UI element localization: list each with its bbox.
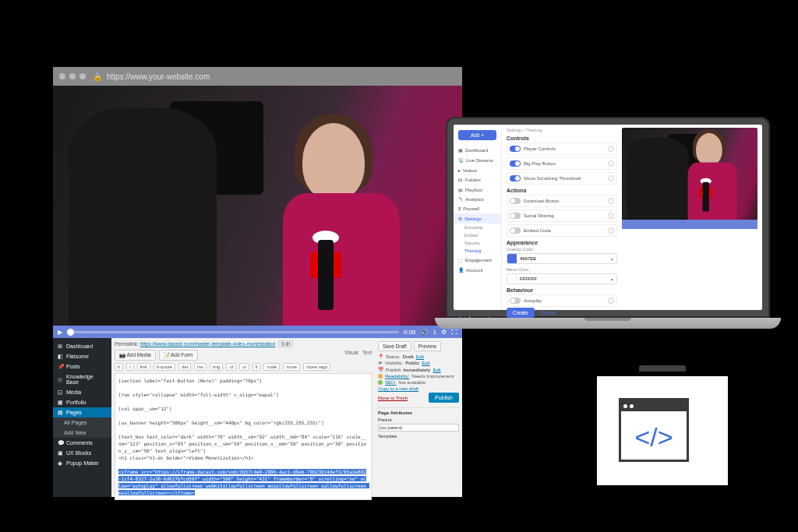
nav-playlists[interactable]: ▤Playlists — [454, 185, 501, 195]
wp-nav-posts[interactable]: 📌Posts — [53, 361, 111, 372]
edit-publish-link[interactable]: Edit — [433, 368, 440, 372]
row-embed[interactable]: Embed Codei — [507, 224, 617, 237]
nav-analytics[interactable]: 〽Analytics — [454, 195, 501, 204]
theming-settings: Settings / Theming Controls Player Contr… — [507, 128, 617, 307]
embedded-video[interactable]: skyNEWS — [53, 86, 462, 326]
qt-code[interactable]: code — [263, 363, 280, 371]
volume-icon[interactable]: 🔊 — [421, 329, 429, 336]
book-icon: ⦾ — [58, 377, 63, 382]
nav-security[interactable]: Security — [454, 239, 501, 247]
tab-text[interactable]: Text — [362, 350, 372, 355]
add-media-button[interactable]: 📷 Add Media — [115, 350, 156, 361]
list-icon: ▤ — [458, 187, 463, 192]
qt-img[interactable]: img — [210, 363, 224, 371]
volume-value: 1 — [433, 329, 436, 336]
copy-draft-link[interactable]: Copy to a new draft — [378, 386, 418, 391]
info-icon: i — [608, 213, 614, 219]
play-icon[interactable]: ▶ — [58, 329, 62, 336]
chevron-down-icon: ▾ — [607, 277, 616, 282]
parent-select[interactable]: (no parent) — [378, 424, 459, 432]
dacast-main: Settings / Theming Controls Player Contr… — [502, 125, 762, 310]
wp-nav-dashboard[interactable]: ⊞Dashboard — [53, 341, 111, 351]
wp-nav-popup-maker[interactable]: ◉Popup Maker — [53, 458, 111, 468]
nav-embed[interactable]: Embed — [454, 231, 501, 239]
nav-dashboard[interactable]: ▦Dashboard — [454, 145, 501, 155]
add-button[interactable]: Add + — [458, 130, 496, 140]
wp-nav-all-pages[interactable]: All Pages — [53, 417, 111, 428]
preview-button[interactable]: Preview — [414, 341, 441, 351]
qt-i[interactable]: i — [126, 363, 133, 371]
wp-nav-media[interactable]: ◱Media — [53, 387, 111, 397]
address-bar[interactable]: https://www.your-website.com — [107, 72, 210, 81]
nav-theming[interactable]: Theming — [454, 247, 501, 255]
browser-window: 🔒 https://www.your-website.com skyNEWS ▶… — [53, 67, 462, 497]
tab-visual[interactable]: Visual — [344, 350, 358, 355]
nav-encoding[interactable]: Encoding — [454, 224, 501, 231]
comments-icon: 💬 — [58, 440, 63, 446]
qt-more[interactable]: more — [283, 363, 300, 371]
menu-color-input[interactable]: ▾ — [507, 273, 617, 284]
wp-nav-portfolio[interactable]: ▦Portfolio — [53, 397, 111, 407]
readability-link[interactable]: Readability: — [385, 374, 409, 379]
add-form-button[interactable]: 📝 Add Form — [159, 350, 198, 361]
wp-nav-comments[interactable]: 💬Comments — [53, 438, 111, 448]
dacast-sidebar: Add + ▦Dashboard 📡Live Streams ▸Videos 🗀… — [454, 125, 502, 310]
toggle-download — [510, 198, 521, 204]
browser-body: skyNEWS ▶ 0:08 🔊 1 ⚙ ⛶ ⊞Dashboard ◧Flats… — [53, 86, 462, 497]
calendar-icon: 📅 — [378, 367, 383, 372]
nav-folders[interactable]: 🗀Folders — [454, 175, 501, 185]
qt-ol[interactable]: ol — [239, 363, 249, 371]
qt-del[interactable]: del — [178, 363, 191, 371]
qt-b[interactable]: b — [115, 363, 123, 371]
wp-nav-ux-blocks[interactable]: ▣UX Blocks — [53, 448, 111, 458]
wp-nav-add-new[interactable]: Add New — [53, 428, 111, 438]
permalink-link[interactable]: https://www.dacast.com/master-template-v… — [140, 341, 276, 347]
nav-videos[interactable]: ▸Videos — [454, 165, 501, 175]
save-draft-button[interactable]: Save Draft — [378, 341, 411, 351]
row-autoplay[interactable]: Autoplayi — [507, 294, 617, 307]
controls-heading: Controls — [507, 136, 617, 141]
wp-nav-pages[interactable]: ▤Pages — [53, 407, 111, 417]
wp-nav-knowledge-base[interactable]: ⦾Knowledge Base — [53, 372, 111, 387]
play-icon: ▸ — [458, 167, 461, 173]
publish-metabox: Save Draft Preview 📍Status: Draft Edit 👁… — [375, 338, 462, 497]
cancel-button[interactable]: Cancel — [535, 308, 560, 318]
code-editor[interactable]: [section label="Text-Button (Hero)" padd… — [115, 373, 372, 500]
seo-link[interactable]: SEO: — [385, 380, 396, 385]
row-scrubbing[interactable]: Show Scrubbing Thumbnaili — [507, 172, 617, 185]
edit-status-link[interactable]: Edit — [416, 354, 424, 359]
seek-bar[interactable] — [67, 331, 399, 333]
pin-icon: 📍 — [378, 354, 383, 359]
row-download[interactable]: Download Buttoni — [507, 195, 617, 207]
video-scene-reporter: skyNEWS — [260, 107, 415, 326]
create-button[interactable]: Create — [507, 308, 535, 318]
nav-live-streams[interactable]: 📡Live Streams — [454, 155, 501, 165]
traffic-light-dot — [79, 73, 86, 79]
row-big-play[interactable]: Big Play Buttoni — [507, 157, 617, 170]
qt-ins[interactable]: ins — [194, 363, 207, 371]
move-trash-link[interactable]: Move to Trash — [378, 396, 408, 400]
nav-engagement[interactable]: ⬚Engagement — [454, 255, 501, 265]
preview-player-bar[interactable] — [622, 220, 757, 229]
publish-button[interactable]: Publish — [429, 393, 459, 403]
nav-settings[interactable]: ⚙Settings — [454, 213, 501, 224]
qt-bquote[interactable]: b-quote — [154, 363, 175, 371]
qt-ul[interactable]: ul — [226, 363, 236, 371]
nav-account[interactable]: 👤Account — [454, 265, 501, 275]
nav-paywall[interactable]: $Paywall — [454, 204, 501, 213]
qt-link[interactable]: link — [137, 363, 150, 371]
time-display: 0:08 — [404, 329, 416, 336]
video-player-controls[interactable]: ▶ 0:08 🔊 1 ⚙ ⛶ — [53, 326, 462, 338]
qt-li[interactable]: li — [252, 363, 261, 371]
money-icon: $ — [458, 206, 461, 211]
blocks-icon: ▣ — [58, 450, 63, 456]
permalink-edit-button[interactable]: Edit — [278, 340, 293, 347]
edit-visibility-link[interactable]: Edit — [422, 361, 429, 365]
wp-nav-flatsome[interactable]: ◧Flatsome — [53, 351, 111, 361]
quicktag-toolbar: b i link b-quote del ins img ul ol li co… — [115, 363, 372, 371]
preview-video[interactable]: skyNEWS — [622, 128, 757, 229]
row-player-controls[interactable]: Player Controlsi — [507, 143, 617, 155]
qt-close-tags[interactable]: close tags — [303, 363, 330, 371]
row-social[interactable]: Social Sharingi — [507, 210, 617, 222]
overlay-color-input[interactable]: ▾ — [507, 253, 617, 264]
